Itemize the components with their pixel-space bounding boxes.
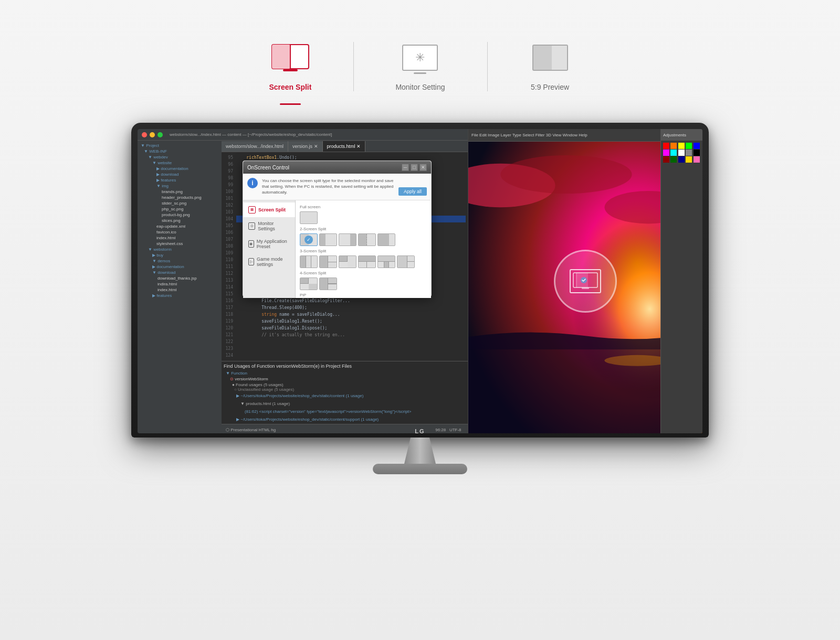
color-swatch[interactable] xyxy=(670,143,677,149)
code-tab-version[interactable]: version.js ✕ xyxy=(288,141,323,152)
file-tree-item[interactable]: php_sc.png xyxy=(140,206,219,212)
dialog-minimize-btn[interactable]: ─ xyxy=(402,164,409,171)
monitor-setting-icon-wrapper: ✳ xyxy=(399,42,441,73)
monitor-stand-neck xyxy=(404,438,436,464)
split-3-thumb-6[interactable] xyxy=(397,255,415,268)
color-swatch[interactable] xyxy=(678,156,685,163)
split-3-thumb-1[interactable] xyxy=(300,255,318,268)
color-swatch[interactable] xyxy=(694,150,700,156)
file-tree-item[interactable]: ▶ documentation xyxy=(140,166,219,172)
file-tree-item[interactable]: ▶ features xyxy=(140,177,219,183)
color-swatch[interactable] xyxy=(663,143,669,149)
color-swatch[interactable] xyxy=(678,143,685,149)
color-swatch[interactable] xyxy=(670,156,677,163)
dialog-menu-label: Monitor Settings xyxy=(258,221,290,231)
file-tree-item[interactable]: index.html xyxy=(140,287,219,293)
file-tree-item[interactable]: indira.html xyxy=(140,281,219,287)
photo-panel: File Edit Image Layer Type Select Filter… xyxy=(468,129,702,433)
dialog-menu-monitor-settings[interactable]: ⊙ Monitor Settings xyxy=(243,217,295,235)
color-swatch[interactable] xyxy=(686,143,692,149)
monitor-bezel: webstorm/slow.../index.html — content — … xyxy=(131,123,709,438)
file-tree-item[interactable]: eap-update.xml xyxy=(140,223,219,229)
color-swatch[interactable] xyxy=(670,150,677,156)
file-tree-item[interactable]: ▼ webdev xyxy=(140,154,219,160)
tabs-section: Screen Split ✳ Monitor Setting 5:9 Previ… xyxy=(0,0,840,118)
full-screen-options xyxy=(300,211,427,224)
split-2-thumb-5[interactable] xyxy=(377,233,395,246)
dialog-menu-screen-split[interactable]: ⊞ Screen Split xyxy=(243,202,295,217)
file-tree-item[interactable]: slider_sc.png xyxy=(140,200,219,206)
dialog-maximize-btn[interactable]: □ xyxy=(411,164,418,171)
file-tree-item[interactable]: ▼ download xyxy=(140,270,219,275)
tab-screen-split[interactable]: Screen Split xyxy=(227,31,353,102)
svg-rect-15 xyxy=(582,287,589,289)
file-tree-item[interactable]: slices.png xyxy=(140,218,219,223)
code-tab-index[interactable]: webstorm/slow.../index.html xyxy=(222,141,288,152)
file-tree-item[interactable]: ▼ website xyxy=(140,160,219,166)
file-tree-item[interactable]: ▼ Project xyxy=(140,143,219,148)
dialog-menu-game-mode[interactable]: ▷ Game mode settings xyxy=(243,253,295,271)
monitor-section: webstorm/slow.../index.html — content — … xyxy=(0,118,840,474)
preview-label: 5:9 Preview xyxy=(531,83,569,91)
search-header: Find Usages of Function versionWebStorm(… xyxy=(224,364,466,369)
file-tree-item[interactable]: ▶ documentation xyxy=(140,264,219,270)
file-tree-item[interactable]: product-bg.png xyxy=(140,212,219,218)
window-close-btn[interactable] xyxy=(142,132,147,137)
file-tree-item[interactable]: ▼ webstorm xyxy=(140,247,219,252)
split-2-thumb-4[interactable] xyxy=(358,233,376,246)
split-2-thumb-3[interactable] xyxy=(339,233,356,246)
tab-monitor-setting[interactable]: ✳ Monitor Setting xyxy=(353,31,487,102)
code-line: // it's actually the string en... xyxy=(236,332,466,338)
split-3-thumb-5[interactable] xyxy=(377,255,395,268)
dialog-menu-label: My Application Preset xyxy=(257,239,290,249)
dialog-menu-label: Game mode settings xyxy=(257,257,290,267)
search-function: ▼ Function xyxy=(224,371,466,376)
file-tree-item[interactable]: index.html xyxy=(140,235,219,241)
file-tree-item[interactable]: ▼ demos xyxy=(140,258,219,264)
split-3-thumb-2[interactable] xyxy=(319,255,337,268)
svg-point-8 xyxy=(500,155,632,194)
color-swatch[interactable] xyxy=(663,156,669,163)
tab-preview[interactable]: 5:9 Preview xyxy=(487,31,613,102)
split-3-thumb-4[interactable] xyxy=(358,255,376,268)
file-tree-item[interactable]: favicon.ico xyxy=(140,229,219,235)
dialog-menu-app-preset[interactable]: ◉ My Application Preset xyxy=(243,235,295,253)
file-tree-item[interactable]: ▶ buy xyxy=(140,252,219,258)
split-3-thumb-3[interactable] xyxy=(339,255,356,268)
file-tree-item[interactable]: ▼ WEB-INF xyxy=(140,148,219,154)
search-result-item: ▶ ~/Users/itoka/Projects/website/eshop_d… xyxy=(224,392,466,400)
dialog-close-btn[interactable]: ✕ xyxy=(419,164,427,171)
split-4-label: 4-Screen Split xyxy=(300,271,427,275)
window-minimize-btn[interactable] xyxy=(150,132,155,137)
line-numbers: 9596979899 100101102103104 1051061071081… xyxy=(222,154,236,359)
file-tree-item[interactable]: ▶ download xyxy=(140,172,219,177)
zoom-circle-inner xyxy=(570,269,601,293)
split-2-thumb-1[interactable]: ✓ xyxy=(300,233,318,246)
color-swatch[interactable] xyxy=(694,156,700,163)
color-swatch[interactable] xyxy=(678,150,685,156)
svg-rect-1 xyxy=(272,45,290,69)
monitor-outer: webstorm/slow.../index.html — content — … xyxy=(131,123,709,474)
pip-label: PiP xyxy=(300,293,427,297)
file-tree-item[interactable]: header_products.png xyxy=(140,195,219,200)
apply-all-button[interactable]: Apply all xyxy=(398,187,427,196)
color-swatch[interactable] xyxy=(686,156,692,163)
code-tab-products[interactable]: products.html ✕ xyxy=(323,141,366,152)
page-wrapper: Screen Split ✳ Monitor Setting 5:9 Previ… xyxy=(0,0,840,640)
file-tree-item[interactable]: ▼ img xyxy=(140,183,219,189)
file-tree-item[interactable]: download_thanks.jsp xyxy=(140,275,219,281)
file-tree-item[interactable]: brands.png xyxy=(140,189,219,195)
split-4-thumb-2[interactable] xyxy=(319,278,337,290)
color-swatch[interactable] xyxy=(694,143,700,149)
file-tree-item[interactable]: ▶ features xyxy=(140,293,219,298)
split-4-thumb-1[interactable] xyxy=(300,278,318,290)
split-2-thumb-2[interactable] xyxy=(319,233,337,246)
file-tree-item[interactable]: stylesheet.css xyxy=(140,241,219,247)
window-maximize-btn[interactable] xyxy=(158,132,163,137)
color-swatch[interactable] xyxy=(663,150,669,156)
split-4-options xyxy=(300,278,427,290)
full-screen-thumb[interactable] xyxy=(300,211,318,224)
info-icon: i xyxy=(247,178,258,188)
color-swatch[interactable] xyxy=(686,150,692,156)
search-result-item: (81:62) <script charset="version" type="… xyxy=(224,408,466,415)
